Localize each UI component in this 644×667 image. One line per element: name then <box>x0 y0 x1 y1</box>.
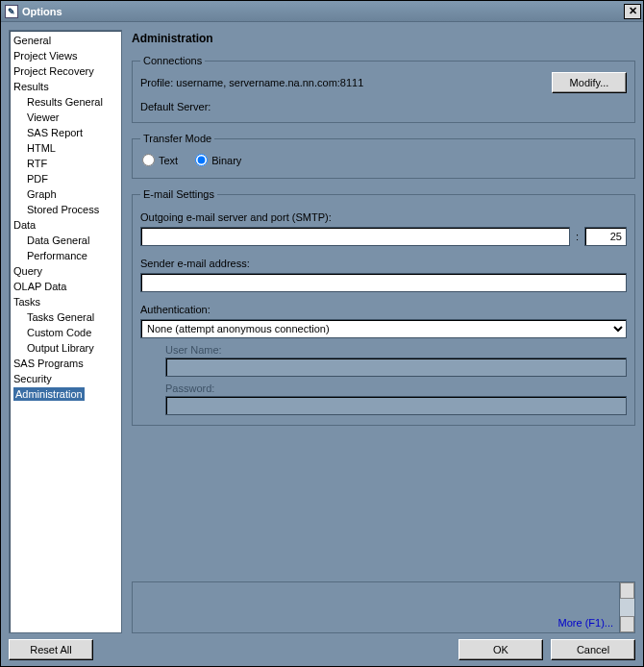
sidebar-item-project-views[interactable]: Project Views <box>10 48 121 63</box>
email-settings-group: E-mail Settings Outgoing e-mail server a… <box>132 188 635 426</box>
transfer-text-label: Text <box>159 155 178 166</box>
options-window: ✎ Options ✕ GeneralProject ViewsProject … <box>0 0 644 667</box>
modify-button[interactable]: Modify... <box>552 72 627 93</box>
password-input <box>165 396 627 415</box>
smtp-label: Outgoing e-mail server and port (SMTP): <box>140 211 627 223</box>
help-scrollbar[interactable] <box>619 582 634 632</box>
port-separator: : <box>574 231 581 242</box>
sidebar-item-sas-programs[interactable]: SAS Programs <box>10 356 121 371</box>
reset-all-button[interactable]: Reset All <box>9 639 93 660</box>
sidebar-item-results[interactable]: Results <box>10 79 121 94</box>
sender-label: Sender e-mail address: <box>140 258 627 269</box>
email-settings-legend: E-mail Settings <box>140 188 217 200</box>
sidebar-item-data[interactable]: Data <box>10 217 121 233</box>
sidebar-item-sas-report[interactable]: SAS Report <box>10 125 121 140</box>
smtp-server-input[interactable] <box>140 227 570 246</box>
sidebar-item-general[interactable]: General <box>10 33 121 48</box>
sender-email-input[interactable] <box>140 273 627 292</box>
app-icon: ✎ <box>5 5 18 18</box>
transfer-text-input[interactable] <box>142 154 155 166</box>
sidebar-item-output-library[interactable]: Output Library <box>10 340 121 356</box>
cancel-button[interactable]: Cancel <box>551 639 635 660</box>
transfer-mode-group: Transfer Mode Text Binary <box>132 133 635 179</box>
sidebar-item-viewer[interactable]: Viewer <box>10 110 121 125</box>
connections-group: Connections Profile: username, servernam… <box>132 55 635 123</box>
password-label: Password: <box>165 383 627 394</box>
sidebar-item-olap-data[interactable]: OLAP Data <box>10 279 121 294</box>
transfer-mode-legend: Transfer Mode <box>140 133 214 144</box>
category-tree[interactable]: GeneralProject ViewsProject RecoveryResu… <box>9 30 122 633</box>
username-input <box>165 358 627 377</box>
sidebar-item-pdf[interactable]: PDF <box>10 171 121 186</box>
sidebar-item-security[interactable]: Security <box>10 371 121 386</box>
sidebar-item-results-general[interactable]: Results General <box>10 94 121 110</box>
dialog-body: GeneralProject ViewsProject RecoveryResu… <box>1 22 643 666</box>
help-panel: More (F1)... <box>132 581 635 633</box>
authentication-select[interactable]: None (attempt anonymous connection) <box>140 319 627 338</box>
sidebar-item-rtf[interactable]: RTF <box>10 156 121 171</box>
smtp-port-input[interactable] <box>584 227 627 246</box>
content-panel: Administration Connections Profile: user… <box>132 30 635 633</box>
transfer-text-radio[interactable]: Text <box>142 154 178 166</box>
sidebar-item-data-general[interactable]: Data General <box>10 233 121 248</box>
window-title: Options <box>22 6 624 17</box>
sidebar-item-performance[interactable]: Performance <box>10 248 121 263</box>
profile-text: Profile: username, servername.na.nn.com:… <box>140 77 546 88</box>
sidebar-item-project-recovery[interactable]: Project Recovery <box>10 63 121 79</box>
connections-legend: Connections <box>140 55 205 66</box>
close-button[interactable]: ✕ <box>624 4 641 19</box>
sidebar-item-tasks-general[interactable]: Tasks General <box>10 309 121 325</box>
more-help-link[interactable]: More (F1)... <box>558 617 613 629</box>
default-server-label: Default Server: <box>140 101 627 112</box>
sidebar-item-query[interactable]: Query <box>10 263 121 279</box>
sidebar-item-graph[interactable]: Graph <box>10 186 121 202</box>
dialog-footer: Reset All OK Cancel <box>9 639 635 660</box>
ok-button[interactable]: OK <box>458 639 543 660</box>
sidebar-item-tasks[interactable]: Tasks <box>10 294 121 309</box>
sidebar-item-administration[interactable]: Administration <box>13 387 85 401</box>
sidebar-item-custom-code[interactable]: Custom Code <box>10 325 121 340</box>
sidebar-item-html[interactable]: HTML <box>10 140 121 156</box>
sidebar-item-stored-process[interactable]: Stored Process <box>10 202 121 217</box>
transfer-binary-label: Binary <box>211 155 241 166</box>
auth-label: Authentication: <box>140 304 627 315</box>
page-title: Administration <box>132 32 635 45</box>
username-label: User Name: <box>165 344 627 356</box>
transfer-binary-radio[interactable]: Binary <box>195 154 241 166</box>
titlebar: ✎ Options ✕ <box>1 1 643 22</box>
transfer-binary-input[interactable] <box>195 154 208 166</box>
